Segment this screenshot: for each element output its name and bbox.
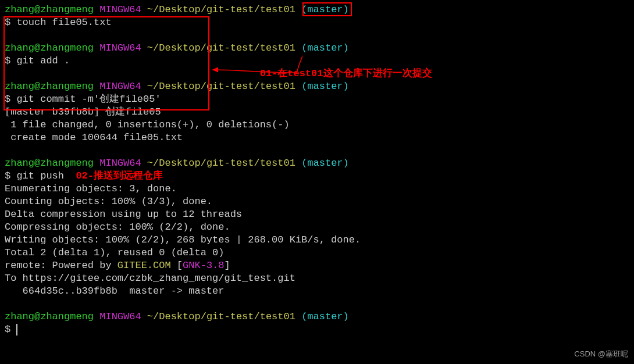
terminal-output[interactable]: zhang@zhangmeng MINGW64 ~/Desktop/git-te… — [5, 3, 629, 336]
push-output: Writing objects: 100% (2/2), 268 bytes |… — [5, 234, 629, 247]
prompt-branch: (master) — [301, 4, 349, 15]
prompt-line: zhang@zhangmeng MINGW64 ~/Desktop/git-te… — [5, 157, 629, 170]
commit-output: 1 file changed, 0 insertions(+), 0 delet… — [5, 119, 629, 131]
prompt-shell: MINGW64 — [99, 4, 141, 15]
cursor-icon — [16, 324, 17, 336]
prompt-line: zhang@zhangmeng MINGW64 ~/Desktop/git-te… — [5, 3, 629, 16]
push-output: 664d35c..b39fb8b master -> master — [5, 285, 629, 298]
push-output: Delta compression using up to 12 threads — [5, 208, 629, 221]
cmd-git-add: $ git add . — [5, 55, 629, 67]
prompt-line: zhang@zhangmeng MINGW64 ~/Desktop/git-te… — [5, 42, 629, 55]
prompt-repo: test01 — [260, 4, 295, 15]
prompt-empty[interactable]: $ — [5, 323, 629, 336]
prompt-user: zhang@zhangmeng — [5, 4, 94, 15]
cmd-touch: $ touch file05.txt — [5, 16, 629, 29]
cmd-git-commit: $ git commit -m'创建file05' — [5, 93, 629, 106]
watermark: CSDN @塞班呢 — [574, 348, 628, 361]
push-output: Compressing objects: 100% (2/2), done. — [5, 221, 629, 234]
push-output-remote: remote: Powered by GITEE.COM [GNK-3.8] — [5, 259, 629, 272]
prompt-path-prefix: ~/Desktop/git-test/ — [147, 4, 260, 15]
push-output: Enumerating objects: 3, done. — [5, 183, 629, 195]
push-output: To https://gitee.com/czbk_zhang_meng/git… — [5, 272, 629, 285]
annotation-02: 02-推送到远程仓库 — [76, 170, 163, 181]
cmd-git-push: $ git push 02-推送到远程仓库 — [5, 170, 629, 183]
push-output: Total 2 (delta 1), reused 0 (delta 0) — [5, 247, 629, 259]
push-output: Counting objects: 100% (3/3), done. — [5, 195, 629, 208]
commit-output: [master b39fb8b] 创建file05 — [5, 106, 629, 119]
annotation-01: 01-在test01这个仓库下进行一次提交 — [260, 68, 432, 79]
prompt-line: zhang@zhangmeng MINGW64 ~/Desktop/git-te… — [5, 311, 629, 323]
prompt-line: zhang@zhangmeng MINGW64 ~/Desktop/git-te… — [5, 80, 629, 93]
commit-output: create mode 100644 file05.txt — [5, 131, 629, 144]
